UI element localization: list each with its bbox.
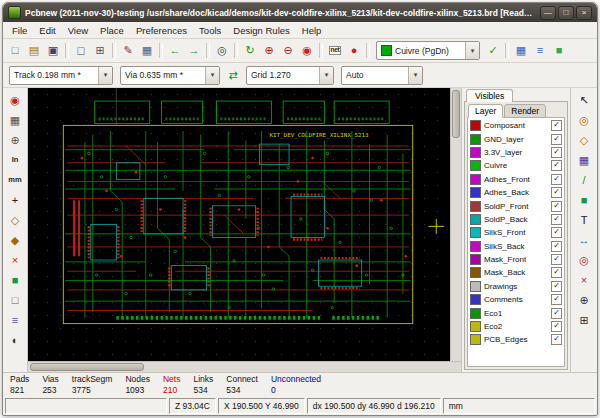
separator[interactable] (65, 43, 69, 58)
layer-row[interactable]: GND_layer (468, 132, 564, 145)
units-inch-toggle[interactable]: In (6, 151, 24, 169)
layer-row[interactable]: Eco2 (468, 320, 564, 333)
menu-edit[interactable]: Edit (33, 24, 61, 37)
layer-visibility-checkbox[interactable] (551, 308, 562, 319)
layer-visibility-checkbox[interactable] (551, 334, 562, 345)
layer-color-swatch[interactable] (470, 227, 481, 238)
high-contrast-toggle[interactable]: ◐ (6, 331, 24, 349)
layer-color-swatch[interactable] (470, 267, 481, 278)
find-button[interactable]: ◎ (213, 42, 231, 60)
layer-color-swatch[interactable] (470, 254, 481, 265)
separator[interactable] (366, 43, 370, 58)
chevron-down-icon[interactable] (319, 67, 333, 84)
layer-visibility-checkbox[interactable] (551, 134, 562, 145)
via-size-select[interactable]: Via 0.635 mm * (120, 66, 220, 85)
autodel-track-toggle[interactable]: × (6, 251, 24, 269)
layer-color-swatch[interactable] (470, 294, 481, 305)
redo-button[interactable]: → (185, 42, 203, 60)
undo-button[interactable]: ← (166, 42, 184, 60)
drc-toggle[interactable]: ◉ (6, 91, 24, 109)
local-ratsnest-tool[interactable]: ◇ (575, 131, 593, 149)
layer-selector[interactable]: Cuivre (PgDn) (376, 41, 480, 60)
menu-tools[interactable]: Tools (193, 24, 227, 37)
layer-color-swatch[interactable] (470, 187, 481, 198)
refresh-button[interactable]: ↻ (241, 42, 259, 60)
visibles-tab[interactable]: Visibles (466, 89, 513, 102)
zoom-out-button[interactable]: ⊖ (279, 42, 297, 60)
layer-color-swatch[interactable] (470, 334, 481, 345)
add-text-tool[interactable]: T (575, 211, 593, 229)
pads-sketch-toggle[interactable]: □ (6, 291, 24, 309)
layer-visibility-checkbox[interactable] (551, 120, 562, 131)
open-board-button[interactable]: ▤ (25, 42, 43, 60)
minimize-button[interactable]: — (540, 6, 556, 20)
layer-row[interactable]: Comments (468, 293, 564, 306)
layer-row[interactable]: Adhes_Front (468, 173, 564, 186)
add-zone-tool[interactable]: ■ (575, 191, 593, 209)
chevron-down-icon[interactable] (465, 42, 479, 59)
layer-visibility-checkbox[interactable] (551, 267, 562, 278)
tracks-sketch-toggle[interactable]: ≡ (6, 311, 24, 329)
title-bar[interactable]: Pcbnew (2011-nov-30)-testing /usr/share/… (3, 3, 597, 22)
layer-color-swatch[interactable] (470, 321, 481, 332)
separator[interactable] (112, 43, 116, 58)
chevron-down-icon[interactable] (98, 67, 112, 84)
grid-select[interactable]: Grid 1.270 (246, 66, 334, 85)
layer-row[interactable]: Eco1 (468, 306, 564, 319)
layer-row[interactable]: SoldP_Front (468, 199, 564, 212)
chevron-down-icon[interactable] (205, 67, 219, 84)
module-mode-button[interactable]: ▦ (512, 42, 530, 60)
layer-row[interactable]: Cuivre (468, 159, 564, 172)
layer-row[interactable]: Mask_Front (468, 253, 564, 266)
layer-visibility-checkbox[interactable] (551, 147, 562, 158)
layer-row[interactable]: Drawings (468, 280, 564, 293)
cursor-tool[interactable]: ↖ (575, 91, 593, 109)
separator[interactable] (206, 43, 210, 58)
layer-visibility-checkbox[interactable] (551, 281, 562, 292)
layer-row[interactable]: SoldP_Back (468, 213, 564, 226)
print-button[interactable]: ⊞ (91, 42, 109, 60)
grid-visibility-toggle[interactable]: ▦ (6, 111, 24, 129)
layer-visibility-checkbox[interactable] (551, 227, 562, 238)
layer-row[interactable]: 3.3V_layer (468, 146, 564, 159)
layer-row[interactable]: Mask_Back (468, 266, 564, 279)
zoom-fit-button[interactable]: ◉ (298, 42, 316, 60)
layer-color-swatch[interactable] (470, 174, 481, 185)
drc-button[interactable]: ● (345, 42, 363, 60)
layer-color-swatch[interactable] (470, 281, 481, 292)
track-width-select[interactable]: Track 0.198 mm * (9, 66, 113, 85)
module-ratsnest-toggle[interactable]: ◆ (6, 231, 24, 249)
layer-visibility-checkbox[interactable] (551, 241, 562, 252)
canvas-vertical-scrollbar[interactable] (450, 88, 461, 361)
menu-view[interactable]: View (62, 24, 94, 37)
tab-layer[interactable]: Layer (468, 104, 503, 118)
netlist-button[interactable]: net (326, 42, 344, 60)
layer-row[interactable]: Adhes_Back (468, 186, 564, 199)
close-button[interactable]: × (576, 6, 592, 20)
auto-track-width-toggle[interactable]: ⇄ (224, 66, 242, 84)
layer-color-swatch[interactable] (470, 160, 481, 171)
layer-visibility-checkbox[interactable] (551, 254, 562, 265)
layer-visibility-checkbox[interactable] (551, 201, 562, 212)
drill-origin-tool[interactable]: ⊕ (575, 291, 593, 309)
invisible-text-toggle[interactable]: ✓ (484, 42, 502, 60)
menu-design-rules[interactable]: Design Rules (227, 24, 296, 37)
pcb-canvas[interactable]: KIT_DEV_COLDFIRE_XILINX_5213 (28, 88, 450, 361)
layer-row[interactable]: SilkS_Front (468, 226, 564, 239)
track-mode-button[interactable]: ≡ (531, 42, 549, 60)
add-dimension-tool[interactable]: ↔ (575, 231, 593, 249)
new-board-button[interactable]: □ (6, 42, 24, 60)
zoom-in-button[interactable]: ⊕ (260, 42, 278, 60)
layer-color-swatch[interactable] (470, 147, 481, 158)
zoom-select[interactable]: Auto (341, 66, 423, 85)
separator[interactable] (159, 43, 163, 58)
vertical-scroll-thumb[interactable] (452, 90, 460, 138)
layer-color-swatch[interactable] (470, 241, 481, 252)
cursor-shape-toggle[interactable]: + (6, 191, 24, 209)
maximize-button[interactable]: □ (558, 6, 574, 20)
layer-visibility-checkbox[interactable] (551, 321, 562, 332)
layer-visibility-checkbox[interactable] (551, 214, 562, 225)
ratsnest-toggle[interactable]: ◇ (6, 211, 24, 229)
layer-visibility-checkbox[interactable] (551, 294, 562, 305)
grid-origin-tool[interactable]: ⊞ (575, 311, 593, 329)
